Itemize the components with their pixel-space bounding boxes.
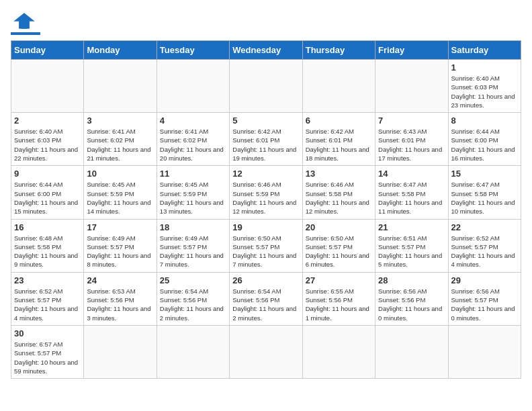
- day-number: 23: [14, 275, 81, 285]
- empty-cell: [84, 325, 157, 378]
- weekday-header-row: SundayMondayTuesdayWednesdayThursdayFrid…: [11, 41, 521, 60]
- day-number: 29: [451, 275, 518, 285]
- weekday-sunday: Sunday: [11, 41, 84, 60]
- day-cell: 23Sunrise: 6:52 AMSunset: 5:57 PMDayligh…: [11, 272, 84, 325]
- day-number: 11: [160, 169, 226, 179]
- day-number: 24: [87, 275, 153, 285]
- day-info: Sunrise: 6:56 AMSunset: 5:57 PMDaylight:…: [451, 287, 518, 322]
- day-info: Sunrise: 6:42 AMSunset: 6:01 PMDaylight:…: [232, 127, 299, 163]
- weekday-thursday: Thursday: [302, 41, 375, 60]
- day-number: 13: [306, 169, 372, 179]
- logo: [11, 11, 40, 35]
- day-info: Sunrise: 6:42 AMSunset: 6:01 PMDaylight:…: [306, 127, 372, 163]
- day-info: Sunrise: 6:50 AMSunset: 5:57 PMDaylight:…: [306, 234, 372, 269]
- day-cell: 25Sunrise: 6:54 AMSunset: 5:56 PMDayligh…: [157, 272, 229, 325]
- day-info: Sunrise: 6:45 AMSunset: 5:59 PMDaylight:…: [87, 180, 153, 216]
- day-cell: 10Sunrise: 6:45 AMSunset: 5:59 PMDayligh…: [84, 166, 157, 219]
- day-cell: 4Sunrise: 6:41 AMSunset: 6:02 PMDaylight…: [157, 113, 229, 166]
- day-info: Sunrise: 6:44 AMSunset: 6:00 PMDaylight:…: [14, 180, 81, 216]
- day-number: 4: [160, 116, 226, 126]
- day-cell: 27Sunrise: 6:55 AMSunset: 5:56 PMDayligh…: [302, 272, 375, 325]
- day-info: Sunrise: 6:44 AMSunset: 6:00 PMDaylight:…: [451, 127, 518, 163]
- day-info: Sunrise: 6:52 AMSunset: 5:57 PMDaylight:…: [451, 234, 518, 269]
- day-number: 28: [378, 275, 445, 285]
- day-info: Sunrise: 6:40 AMSunset: 6:03 PMDaylight:…: [14, 127, 81, 163]
- day-cell: 7Sunrise: 6:43 AMSunset: 6:01 PMDaylight…: [375, 113, 448, 166]
- day-number: 3: [87, 116, 153, 126]
- logo-bar: [11, 32, 40, 35]
- day-cell: 21Sunrise: 6:51 AMSunset: 5:57 PMDayligh…: [375, 219, 448, 272]
- weekday-wednesday: Wednesday: [230, 41, 302, 60]
- day-number: 18: [160, 222, 226, 232]
- day-number: 2: [14, 116, 81, 126]
- day-cell: 14Sunrise: 6:47 AMSunset: 5:58 PMDayligh…: [375, 166, 448, 219]
- weekday-tuesday: Tuesday: [157, 41, 229, 60]
- calendar-table: SundayMondayTuesdayWednesdayThursdayFrid…: [11, 40, 521, 379]
- day-info: Sunrise: 6:46 AMSunset: 5:58 PMDaylight:…: [306, 180, 372, 216]
- day-number: 8: [451, 116, 518, 126]
- day-number: 19: [232, 222, 299, 232]
- empty-cell: [448, 325, 521, 378]
- day-number: 12: [232, 169, 299, 179]
- empty-cell: [375, 60, 448, 113]
- day-info: Sunrise: 6:43 AMSunset: 6:01 PMDaylight:…: [378, 127, 445, 163]
- weekday-saturday: Saturday: [448, 41, 521, 60]
- empty-cell: [375, 325, 448, 378]
- day-cell: 29Sunrise: 6:56 AMSunset: 5:57 PMDayligh…: [448, 272, 521, 325]
- day-info: Sunrise: 6:40 AMSunset: 6:03 PMDaylight:…: [451, 74, 518, 109]
- empty-cell: [84, 60, 157, 113]
- day-info: Sunrise: 6:45 AMSunset: 5:59 PMDaylight:…: [160, 180, 226, 216]
- empty-cell: [157, 325, 229, 378]
- day-number: 25: [160, 275, 226, 285]
- day-info: Sunrise: 6:53 AMSunset: 5:56 PMDaylight:…: [87, 287, 153, 322]
- day-info: Sunrise: 6:49 AMSunset: 5:57 PMDaylight:…: [87, 234, 153, 269]
- day-cell: 16Sunrise: 6:48 AMSunset: 5:58 PMDayligh…: [11, 219, 84, 272]
- day-info: Sunrise: 6:46 AMSunset: 5:59 PMDaylight:…: [232, 180, 299, 216]
- empty-cell: [302, 325, 375, 378]
- day-info: Sunrise: 6:41 AMSunset: 6:02 PMDaylight:…: [87, 127, 153, 163]
- calendar-week-row: 2Sunrise: 6:40 AMSunset: 6:03 PMDaylight…: [11, 113, 521, 166]
- day-info: Sunrise: 6:51 AMSunset: 5:57 PMDaylight:…: [378, 234, 445, 269]
- day-number: 1: [451, 62, 518, 73]
- day-info: Sunrise: 6:41 AMSunset: 6:02 PMDaylight:…: [160, 127, 226, 163]
- day-number: 14: [378, 169, 445, 179]
- day-info: Sunrise: 6:55 AMSunset: 5:56 PMDaylight:…: [306, 287, 372, 322]
- day-info: Sunrise: 6:54 AMSunset: 5:56 PMDaylight:…: [232, 287, 299, 322]
- calendar-week-row: 23Sunrise: 6:52 AMSunset: 5:57 PMDayligh…: [11, 272, 521, 325]
- day-info: Sunrise: 6:47 AMSunset: 5:58 PMDaylight:…: [451, 180, 518, 216]
- day-cell: 24Sunrise: 6:53 AMSunset: 5:56 PMDayligh…: [84, 272, 157, 325]
- empty-cell: [157, 60, 229, 113]
- day-number: 27: [306, 275, 372, 285]
- logo-icon: [11, 11, 38, 31]
- day-number: 7: [378, 116, 445, 126]
- day-info: Sunrise: 6:57 AMSunset: 5:57 PMDaylight:…: [14, 340, 81, 375]
- calendar-container: SundayMondayTuesdayWednesdayThursdayFrid…: [0, 0, 532, 411]
- day-cell: 9Sunrise: 6:44 AMSunset: 6:00 PMDaylight…: [11, 166, 84, 219]
- day-cell: 28Sunrise: 6:56 AMSunset: 5:56 PMDayligh…: [375, 272, 448, 325]
- calendar-week-row: 30Sunrise: 6:57 AMSunset: 5:57 PMDayligh…: [11, 325, 521, 378]
- day-info: Sunrise: 6:54 AMSunset: 5:56 PMDaylight:…: [160, 287, 226, 322]
- day-number: 10: [87, 169, 153, 179]
- empty-cell: [11, 60, 84, 113]
- day-number: 6: [306, 116, 372, 126]
- calendar-week-row: 1Sunrise: 6:40 AMSunset: 6:03 PMDaylight…: [11, 60, 521, 113]
- day-cell: 12Sunrise: 6:46 AMSunset: 5:59 PMDayligh…: [230, 166, 302, 219]
- day-info: Sunrise: 6:52 AMSunset: 5:57 PMDaylight:…: [14, 287, 81, 322]
- day-info: Sunrise: 6:47 AMSunset: 5:58 PMDaylight:…: [378, 180, 445, 216]
- empty-cell: [230, 325, 302, 378]
- day-cell: 11Sunrise: 6:45 AMSunset: 5:59 PMDayligh…: [157, 166, 229, 219]
- day-cell: 15Sunrise: 6:47 AMSunset: 5:58 PMDayligh…: [448, 166, 521, 219]
- day-number: 16: [14, 222, 81, 232]
- day-info: Sunrise: 6:49 AMSunset: 5:57 PMDaylight:…: [160, 234, 226, 269]
- svg-rect-2: [21, 22, 27, 28]
- day-number: 5: [232, 116, 299, 126]
- day-info: Sunrise: 6:48 AMSunset: 5:58 PMDaylight:…: [14, 234, 81, 269]
- day-number: 20: [306, 222, 372, 232]
- day-cell: 18Sunrise: 6:49 AMSunset: 5:57 PMDayligh…: [157, 219, 229, 272]
- calendar-week-row: 9Sunrise: 6:44 AMSunset: 6:00 PMDaylight…: [11, 166, 521, 219]
- day-number: 17: [87, 222, 153, 232]
- day-cell: 3Sunrise: 6:41 AMSunset: 6:02 PMDaylight…: [84, 113, 157, 166]
- day-cell: 22Sunrise: 6:52 AMSunset: 5:57 PMDayligh…: [448, 219, 521, 272]
- day-cell: 5Sunrise: 6:42 AMSunset: 6:01 PMDaylight…: [230, 113, 302, 166]
- day-cell: 20Sunrise: 6:50 AMSunset: 5:57 PMDayligh…: [302, 219, 375, 272]
